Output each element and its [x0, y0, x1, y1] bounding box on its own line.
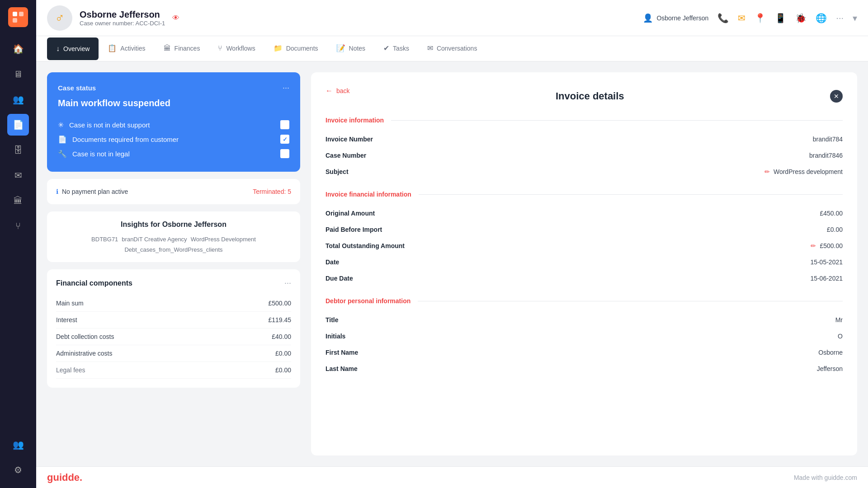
email-icon[interactable]: ✉	[738, 13, 745, 23]
checklist-item-1: 📄 Documents required from customer	[58, 132, 289, 146]
footer-brand: guidde.	[47, 472, 82, 483]
invoice-row-first-name: First Name Osborne	[326, 344, 843, 361]
insights-tags: BDTBG71 branDiT Creative Agency WordPres…	[56, 236, 291, 253]
footer-credit: Made with guidde.com	[794, 474, 857, 481]
paid-before-import-key: Paid Before Import	[326, 226, 382, 233]
checklist-checkbox-0[interactable]	[280, 120, 289, 129]
sidebar-item-database[interactable]: 🗄	[7, 139, 29, 161]
sidebar-item-people[interactable]: 👥	[7, 89, 29, 110]
bug-icon[interactable]: 🐞	[795, 13, 807, 23]
tab-conversations[interactable]: ✉ Conversations	[418, 37, 486, 61]
insights-card: Insights for Osborne Jefferson BDTBG71 b…	[47, 211, 300, 262]
sidebar-logo	[8, 7, 28, 27]
location-icon[interactable]: 📍	[755, 13, 766, 23]
chevron-down-icon[interactable]: ▾	[853, 13, 857, 23]
financial-row-0: Main sum £500.00	[56, 295, 291, 312]
notes-icon: 📝	[336, 44, 345, 52]
activities-icon: 📋	[108, 44, 117, 52]
invoice-row-initials: Initials O	[326, 328, 843, 344]
subject-edit-icon[interactable]: ✏	[764, 168, 770, 175]
financial-title: Financial components	[56, 279, 132, 287]
tab-workflows[interactable]: ⑂ Workflows	[209, 37, 264, 61]
invoice-financial-section-header: Invoice financial information	[326, 191, 843, 198]
header-info: Osborne Jefferson Case owner number: ACC…	[80, 9, 165, 27]
financial-row-1: Interest £119.45	[56, 312, 291, 328]
subject-val: ✏ WordPress development	[764, 168, 843, 175]
globe-icon[interactable]: 🌐	[816, 13, 827, 23]
outstanding-edit-icon[interactable]: ✏	[811, 242, 816, 249]
financial-value-0: £500.00	[268, 300, 291, 307]
phone-icon[interactable]: 📞	[717, 13, 729, 23]
conversations-icon: ✉	[427, 44, 433, 52]
checklist-checkbox-2[interactable]	[280, 149, 289, 158]
first-name-key: First Name	[326, 349, 358, 356]
insights-tag-2[interactable]: WordPress Development	[191, 236, 256, 243]
header-user: 👤 Osborne Jefferson	[643, 13, 708, 23]
invoice-row-title: Title Mr	[326, 312, 843, 328]
tab-tasks[interactable]: ✔ Tasks	[374, 37, 418, 61]
more-icon[interactable]: ···	[836, 13, 844, 23]
sidebar-item-mail[interactable]: ✉	[7, 164, 29, 186]
subject-key: Subject	[326, 168, 349, 175]
original-amount-val: £450.00	[820, 210, 843, 217]
invoice-panel: ← back Invoice details ✕ Invoice informa…	[311, 72, 857, 455]
date-key: Date	[326, 258, 339, 266]
invoice-back-button[interactable]: ← back	[326, 87, 350, 95]
workflow-status: Main workflow suspended	[58, 98, 289, 108]
header-name: Osborne Jefferson	[80, 9, 165, 20]
financial-label-2: Debt collection costs	[56, 333, 114, 340]
financial-label-4[interactable]: Legal fees	[56, 366, 85, 374]
sidebar-item-cases[interactable]: 📄	[7, 114, 29, 136]
sidebar-item-monitor[interactable]: 🖥	[7, 63, 29, 85]
svg-rect-2	[13, 18, 17, 23]
insights-tag-0[interactable]: BDTBG71	[91, 236, 118, 243]
tab-documents[interactable]: 📁 Documents	[264, 37, 327, 61]
header-icons: 📞 ✉ 📍 📱 🐞 🌐 ··· ▾	[717, 13, 857, 23]
tab-activities[interactable]: 📋 Activities	[99, 37, 154, 61]
checklist-checkbox-1[interactable]	[280, 135, 289, 144]
invoice-info-line	[391, 120, 843, 121]
eye-icon[interactable]: 👁	[172, 14, 179, 22]
case-number-key: Case Number	[326, 152, 366, 159]
financial-more-button[interactable]: ···	[284, 278, 291, 288]
sidebar-item-settings[interactable]: ⚙	[7, 459, 29, 481]
checklist-item-2: 🔧 Case is not in legal	[58, 146, 289, 161]
invoice-close-button[interactable]: ✕	[830, 90, 843, 103]
insights-tag-1[interactable]: branDiT Creative Agency	[122, 236, 187, 243]
invoice-row-outstanding: Total Outstanding Amount ✏ £500.00	[326, 238, 843, 254]
main-content: ♂ Osborne Jefferson Case owner number: A…	[36, 0, 868, 488]
tab-overview[interactable]: ↓ Overview	[47, 38, 99, 60]
last-name-val: Jefferson	[817, 365, 843, 372]
case-status-title: Case status	[58, 84, 96, 92]
finances-icon: 🏛	[164, 44, 171, 52]
invoice-title: Invoice details	[350, 90, 830, 102]
workflows-icon: ⑂	[218, 44, 222, 52]
financial-row-2: Debt collection costs £40.00	[56, 328, 291, 345]
header-left: ♂ Osborne Jefferson Case owner number: A…	[47, 5, 179, 31]
overview-icon: ↓	[56, 45, 60, 53]
payment-plan-row: ℹ No payment plan active Terminated: 5	[56, 188, 291, 195]
case-status-more-button[interactable]: ···	[283, 83, 289, 93]
tablet-icon[interactable]: 📱	[775, 13, 786, 23]
svg-rect-1	[19, 12, 24, 16]
sidebar-item-institution[interactable]: 🏛	[7, 190, 29, 211]
tab-notes[interactable]: 📝 Notes	[327, 37, 375, 61]
terminated-link[interactable]: Terminated: 5	[253, 188, 291, 195]
insights-tag-3[interactable]: Debt_cases_from_WordPress_clients	[124, 246, 222, 253]
financial-label-1: Interest	[56, 316, 77, 324]
checklist-item-0: ✳ Case is not in debt support	[58, 117, 289, 132]
tab-finances[interactable]: 🏛 Finances	[155, 37, 209, 61]
header-case-number: Case owner number: ACC-DCI-1	[80, 20, 165, 27]
last-name-key: Last Name	[326, 365, 358, 372]
date-val: 15-05-2021	[810, 258, 843, 266]
sidebar-item-home[interactable]: 🏠	[7, 38, 29, 60]
invoice-row-due-date: Due Date 15-06-2021	[326, 270, 843, 286]
debtor-line	[418, 301, 843, 301]
case-status-header: Case status ···	[58, 83, 289, 93]
sidebar-item-branch[interactable]: ⑂	[7, 215, 29, 237]
checklist-label-2: Case is not in legal	[72, 150, 275, 158]
sidebar-item-group[interactable]: 👥	[7, 434, 29, 455]
invoice-back-header: ← back Invoice details ✕	[326, 87, 843, 106]
paid-before-import-val: £0.00	[827, 226, 843, 233]
left-panel: Case status ··· Main workflow suspended …	[47, 72, 300, 455]
